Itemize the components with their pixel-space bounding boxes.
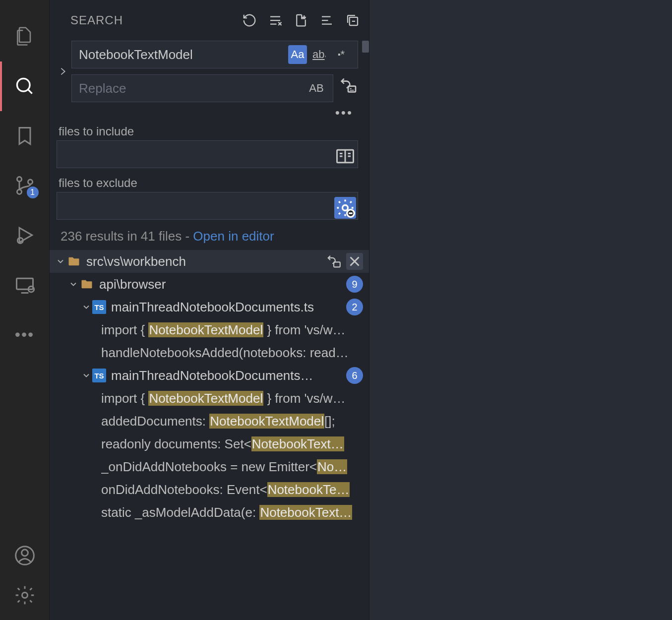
replace-placeholder: Replace [79,81,126,96]
toggle-search-details-icon[interactable]: ••• [57,102,358,121]
activity-more[interactable]: ••• [0,310,50,359]
activity-source-control[interactable]: 1 [0,161,50,210]
panel-header: SEARCH [50,0,369,41]
count-badge: 2 [346,299,363,315]
exclude-label: files to exclude [59,176,358,190]
use-regex-toggle[interactable]: ▪* [332,45,351,64]
results-tree: src\vs\workbench api\browser 9 TS mainTh… [50,250,369,620]
count-badge: 9 [346,276,363,293]
search-panel: SEARCH NotebookTextModel Aa ab, ▪* [50,0,369,620]
search-input[interactable]: NotebookTextModel Aa ab, ▪* [71,41,358,68]
match-case-toggle[interactable]: Aa [288,45,307,64]
match-row[interactable]: import { NotebookTextModel } from 'vs/w… [50,387,369,410]
folder-icon [66,254,81,269]
activity-bookmarks[interactable] [0,111,50,161]
open-in-editor-link[interactable]: Open in editor [193,229,274,244]
svg-rect-5 [16,278,33,289]
include-label: files to include [59,124,358,138]
svg-point-3 [28,180,32,184]
new-search-editor-icon[interactable] [294,13,308,28]
match-row[interactable]: addedDocuments: NotebookTextModel[]; [50,410,369,433]
count-badge: 6 [346,367,363,384]
match-row[interactable]: import { NotebookTextModel } from 'vs/w… [50,318,369,341]
files-exclude-input[interactable] [57,192,358,220]
activity-accounts[interactable] [0,541,50,570]
chevron-down-icon[interactable] [80,302,92,312]
chevron-down-icon[interactable] [55,256,66,266]
ellipsis-icon: ••• [15,325,35,344]
panel-title: SEARCH [70,13,123,27]
scrollbar-thumb[interactable] [362,41,369,53]
svg-point-9 [22,593,27,598]
svg-point-8 [21,550,28,556]
svg-point-0 [17,78,30,91]
activity-search[interactable] [0,62,50,111]
editor-area [369,0,672,620]
search-value: NotebookTextModel [79,47,288,62]
results-summary: 236 results in 41 files - Open in editor [57,220,358,250]
svg-point-1 [17,177,21,182]
file-row[interactable]: TS mainThreadNotebookDocuments.ts 2 [50,296,369,318]
replace-input[interactable]: Replace AB [71,74,333,102]
folder-path: src\vs\workbench [86,254,186,269]
dismiss-icon[interactable] [346,253,363,270]
chevron-down-icon[interactable] [67,279,79,289]
activity-bar: 1 ••• [0,0,50,620]
typescript-file-icon: TS [92,300,106,314]
folder-row[interactable]: api\browser 9 [50,273,369,296]
view-as-tree-icon[interactable] [319,13,334,28]
match-row[interactable]: static _asModelAddData(e: NotebookText… [50,501,369,524]
scm-badge: 1 [26,186,40,199]
folder-row[interactable]: src\vs\workbench [50,250,369,273]
refresh-icon[interactable] [242,13,257,28]
file-row[interactable]: TS mainThreadNotebookDocuments… 6 [50,364,369,387]
activity-explorer[interactable] [0,12,50,62]
collapse-all-icon[interactable] [345,13,360,28]
activity-settings[interactable] [0,580,50,610]
match-row[interactable]: onDidAddNotebooks: Event<NotebookTe… [50,478,369,501]
folder-icon [79,277,94,292]
file-name: mainThreadNotebookDocuments.ts [111,300,314,315]
svg-point-13 [343,205,348,211]
activity-remote[interactable] [0,260,50,310]
clear-results-icon[interactable] [268,13,283,28]
replace-in-folder-icon[interactable] [325,253,342,270]
preserve-case-toggle[interactable]: AB [307,79,326,98]
open-editors-filter-icon[interactable] [334,145,356,167]
typescript-file-icon: TS [92,369,106,382]
folder-path: api\browser [99,277,166,292]
file-name: mainThreadNotebookDocuments… [111,368,313,383]
activity-run-debug[interactable] [0,210,50,260]
match-row[interactable]: readonly documents: Set<NotebookText… [50,433,369,455]
chevron-down-icon[interactable] [80,371,92,380]
match-whole-word-toggle[interactable]: ab, [310,45,329,64]
svg-point-2 [17,189,21,194]
match-row[interactable]: handleNotebooksAdded(notebooks: read… [50,341,369,364]
match-row[interactable]: _onDidAddNotebooks = new Emitter<No… [50,455,369,478]
files-include-input[interactable] [57,140,358,168]
use-exclude-settings-icon[interactable] [334,197,356,219]
replace-all-icon[interactable] [338,75,358,95]
toggle-replace-icon[interactable] [57,66,69,77]
